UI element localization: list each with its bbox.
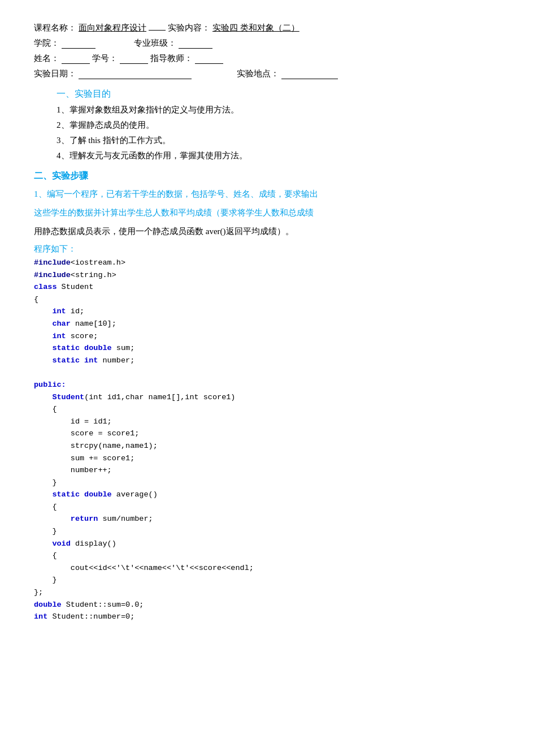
course-label: 课程名称： [34, 23, 76, 33]
code-score: score; [66, 332, 98, 340]
program-label: 程序如下： [34, 244, 500, 254]
code-average: average() [112, 490, 158, 499]
location-label: 实验地点： [237, 68, 279, 79]
code-ctor-open: { [52, 405, 57, 413]
name-label: 姓名： [34, 53, 59, 64]
kw-class: class [34, 283, 57, 291]
code-number-init: Student::number=0; [47, 612, 134, 621]
kw-double3: double [34, 601, 62, 609]
kw-double2: double [80, 490, 112, 499]
intro1: 1、编写一个程序，已有若干学生的数据，包括学号、姓名、成绩，要求输出 [34, 187, 500, 202]
code-include2: <string.h> [71, 271, 116, 279]
student-id-value [120, 54, 148, 64]
code-display: display() [71, 539, 116, 548]
kw-double: double [80, 344, 112, 352]
code-disp-open: { [52, 551, 57, 560]
intro3: 用静态数据成员表示，使用一个静态成员函数 aver()返回平均成绩）。 [34, 224, 500, 239]
school-label: 学院： [34, 38, 59, 49]
location-group: 实验地点： [237, 68, 338, 79]
date-label: 实验日期： [34, 68, 76, 79]
code-id: id; [66, 307, 84, 316]
kw-char: char [52, 319, 70, 328]
kw-int1: int [52, 307, 66, 316]
experiment-value: 实验四 类和对象（二） [212, 23, 299, 33]
code-cout: cout<<id<<'\t'<<name<<'\t'<<score<<endl; [71, 564, 254, 572]
section2-title: 二、实验步骤 [34, 170, 500, 182]
kw-static1: static [52, 344, 80, 352]
course-value: 面向对象程序设计 [79, 23, 146, 33]
code-score-assign: score = score1; [71, 429, 140, 438]
code-avg-open: { [52, 503, 57, 511]
section1-item4: 4、理解友元与友元函数的作用，掌握其使用方法。 [57, 150, 500, 161]
code-sum-assign: sum += score1; [71, 454, 134, 463]
date-value [79, 69, 192, 79]
teacher-label: 指导教师： [150, 53, 193, 64]
major-value [179, 38, 212, 49]
section2: 二、实验步骤 1、编写一个程序，已有若干学生的数据，包括学号、姓名、成绩，要求输… [34, 170, 500, 623]
section1-title: 一、实验目的 [57, 88, 500, 100]
code-name-arr: name[10]; [71, 319, 116, 328]
kw-int2: int [52, 332, 66, 340]
kw-include2: #include [34, 271, 71, 279]
kw-int4: int [34, 612, 47, 621]
school-value [62, 38, 95, 49]
section1-item1: 1、掌握对象数组及对象指针的定义与使用方法。 [57, 105, 500, 115]
section1: 一、实验目的 1、掌握对象数组及对象指针的定义与使用方法。 2、掌握静态成员的使… [34, 88, 500, 161]
code-include1: <iostream.h> [71, 258, 125, 267]
kw-include1: #include [34, 258, 71, 267]
kw-public: public: [34, 381, 66, 389]
intro2: 这些学生的数据并计算出学生总人数和平均成绩（要求将学生人数和总成绩 [34, 205, 500, 221]
kw-return: return [71, 515, 98, 523]
kw-static2: static [52, 356, 80, 365]
course-line: 课程名称： 面向对象程序设计 实验内容： 实验四 类和对象（二） [34, 23, 500, 33]
kw-static3: static [52, 490, 80, 499]
date-line: 实验日期： 实验地点： [34, 68, 500, 79]
code-ctor-params: (int id1,char name1[],int score1) [84, 393, 235, 401]
location-value [281, 69, 338, 79]
code-disp-close: } [52, 576, 57, 584]
code-return-expr: sum/number; [98, 515, 153, 523]
section1-item3: 3、了解 this 指针的工作方式。 [57, 135, 500, 146]
code-sum-init: Student::sum=0.0; [62, 601, 144, 609]
code-strcpy: strcpy(name,name1); [71, 442, 158, 450]
code-sum: sum; [112, 344, 135, 352]
kw-void: void [52, 539, 70, 548]
header-section: 课程名称： 面向对象程序设计 实验内容： 实验四 类和对象（二） 学院： 专业班… [34, 23, 500, 79]
code-number: number; [98, 356, 134, 365]
code-brace-open: { [34, 295, 38, 304]
experiment-label: 实验内容： [168, 23, 210, 33]
code-block: #include<iostream.h> #include<string.h> … [34, 257, 500, 623]
kw-student-ctor: Student [52, 393, 84, 401]
student-id-label: 学号： [92, 53, 118, 64]
name-line: 姓名： 学号： 指导教师： [34, 53, 500, 64]
code-id-assign: id = id1; [71, 417, 112, 426]
code-number-inc: number++; [71, 466, 112, 474]
name-value [62, 54, 90, 64]
major-label: 专业班级： [134, 38, 176, 49]
school-line: 学院： 专业班级： [34, 38, 500, 49]
kw-int3: int [80, 356, 98, 365]
code-classname: Student [57, 283, 94, 291]
code-avg-close: } [52, 527, 57, 535]
date-group: 实验日期： [34, 68, 192, 79]
section1-item2: 2、掌握静态成员的使用。 [57, 120, 500, 131]
code-ctor-close: } [52, 478, 57, 487]
code-class-close: }; [34, 588, 43, 597]
teacher-value [195, 54, 223, 64]
